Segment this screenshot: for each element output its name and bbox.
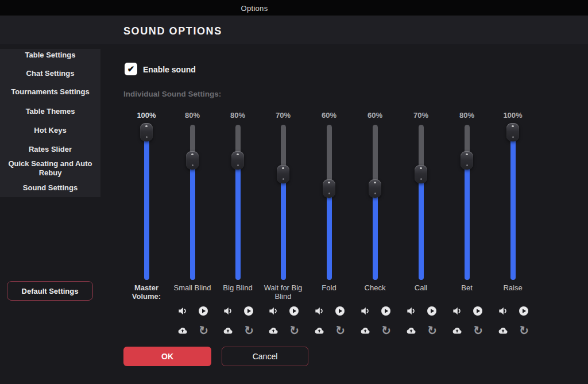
- volume-slider-thumb[interactable]: [461, 151, 473, 170]
- upload-icon: [497, 325, 509, 336]
- play-sound-button[interactable]: [288, 305, 300, 317]
- sidebar-item-sound-settings[interactable]: Sound Settings: [0, 183, 100, 193]
- volume-percent-label: 70%: [257, 111, 309, 120]
- enable-sound-label: Enable sound: [143, 65, 196, 74]
- volume-slider-fill: [281, 174, 286, 280]
- upload-icon: [314, 325, 325, 336]
- reset-sound-button[interactable]: ↻: [243, 325, 254, 336]
- slider-column-check: 60%Check↻: [349, 109, 401, 339]
- volume-slider-track[interactable]: [144, 125, 149, 280]
- sidebar-item-table-themes[interactable]: Table Themes: [0, 107, 100, 116]
- volume-slider-thumb[interactable]: [140, 123, 153, 141]
- volume-slider-track[interactable]: [281, 125, 286, 280]
- volume-slider-track[interactable]: [190, 125, 195, 280]
- reset-sound-button[interactable]: ↻: [426, 325, 438, 336]
- volume-slider-thumb[interactable]: [415, 165, 427, 183]
- page-title: SOUND OPTIONS: [123, 25, 222, 37]
- volume-slider-thumb[interactable]: [186, 151, 199, 170]
- volume-slider-track[interactable]: [235, 125, 241, 280]
- upload-icon: [405, 325, 417, 336]
- sidebar-item-tournaments-settings[interactable]: Tournaments Settings: [0, 87, 100, 97]
- upload-sound-button[interactable]: [405, 325, 417, 336]
- reset-sound-button[interactable]: ↻: [472, 325, 483, 336]
- sidebar-item-table-settings[interactable]: Table Settings: [0, 51, 100, 60]
- volume-percent-label: 60%: [303, 111, 355, 120]
- play-sound-button[interactable]: [198, 305, 209, 317]
- sidebar-item-hot-keys[interactable]: Hot Keys: [0, 126, 100, 135]
- volume-slider-thumb[interactable]: [231, 151, 244, 170]
- sidebar-item-quick-seating-and-auto-rebuy[interactable]: Quick Seating and Auto Rebuy: [0, 159, 100, 178]
- volume-icon: [222, 305, 234, 317]
- upload-icon: [177, 325, 188, 336]
- individual-sound-settings-label: Individual Sound Settings:: [123, 90, 221, 98]
- volume-slider-fill: [373, 189, 378, 280]
- mute-toggle-button[interactable]: [177, 305, 188, 317]
- default-settings-button[interactable]: Default Settings: [7, 281, 93, 301]
- volume-percent-label: 100%: [121, 111, 172, 120]
- volume-slider-track[interactable]: [327, 125, 332, 280]
- mute-toggle-button[interactable]: [268, 305, 279, 317]
- slider-label: Call: [395, 283, 447, 292]
- mute-toggle-button[interactable]: [314, 305, 325, 317]
- mute-toggle-button[interactable]: [359, 305, 371, 317]
- play-sound-button[interactable]: [334, 305, 346, 317]
- mute-toggle-button[interactable]: [405, 305, 417, 317]
- reset-sound-button[interactable]: ↻: [198, 325, 209, 336]
- play-icon: [288, 305, 300, 317]
- sidebar-item-rates-slider[interactable]: Rates Slider: [0, 145, 100, 154]
- mute-toggle-button[interactable]: [451, 305, 463, 317]
- upload-icon: [268, 325, 279, 336]
- mute-toggle-button[interactable]: [497, 305, 509, 317]
- play-sound-button[interactable]: [472, 305, 483, 317]
- reset-sound-button[interactable]: ↻: [288, 325, 300, 336]
- slider-label: Big Blind: [212, 283, 264, 292]
- slider-column-wait-for-big-blind: 70%Wait for Big Blind↻: [257, 109, 309, 339]
- mute-toggle-button[interactable]: [222, 305, 234, 317]
- volume-slider-thumb[interactable]: [506, 123, 519, 141]
- refresh-icon: ↻: [334, 324, 346, 337]
- reset-sound-button[interactable]: ↻: [334, 325, 346, 336]
- volume-slider-thumb[interactable]: [277, 165, 289, 183]
- settings-sidebar: Table SettingsChat SettingsTournaments S…: [0, 49, 100, 197]
- upload-sound-button[interactable]: [451, 325, 463, 336]
- sidebar-item-chat-settings[interactable]: Chat Settings: [0, 69, 100, 78]
- upload-sound-button[interactable]: [359, 325, 371, 336]
- upload-sound-button[interactable]: [177, 325, 188, 336]
- refresh-icon: ↻: [198, 324, 209, 337]
- play-sound-button[interactable]: [518, 305, 529, 317]
- volume-icon: [177, 305, 188, 317]
- volume-percent-label: 80%: [212, 111, 264, 120]
- reset-sound-button[interactable]: ↻: [518, 325, 529, 336]
- play-sound-button[interactable]: [243, 305, 254, 317]
- refresh-icon: ↻: [380, 324, 392, 337]
- ok-button[interactable]: OK: [123, 347, 211, 366]
- volume-slider-fill: [327, 189, 332, 280]
- slider-column-small-blind: 80%Small Blind↻: [167, 109, 218, 339]
- volume-slider-fill: [419, 174, 424, 280]
- upload-sound-button[interactable]: [222, 325, 234, 336]
- upload-sound-button[interactable]: [314, 325, 325, 336]
- volume-slider-thumb[interactable]: [323, 179, 335, 198]
- play-icon: [426, 305, 438, 317]
- slider-label: Fold: [303, 283, 355, 292]
- window-title: Options: [241, 3, 268, 12]
- slider-label: Small Blind: [167, 283, 218, 292]
- play-sound-button[interactable]: [426, 305, 438, 317]
- upload-icon: [359, 325, 371, 336]
- slider-column-fold: 60%Fold↻: [303, 109, 355, 339]
- volume-icon: [451, 305, 463, 317]
- volume-slider-track[interactable]: [465, 125, 470, 280]
- slider-label: Check: [349, 283, 401, 292]
- cancel-button[interactable]: Cancel: [222, 347, 308, 366]
- upload-sound-button[interactable]: [497, 325, 509, 336]
- upload-sound-button[interactable]: [268, 325, 279, 336]
- volume-slider-track[interactable]: [510, 125, 516, 280]
- volume-slider-thumb[interactable]: [369, 179, 381, 198]
- reset-sound-button[interactable]: ↻: [380, 325, 392, 336]
- volume-slider-fill: [190, 160, 195, 280]
- play-sound-button[interactable]: [380, 305, 392, 317]
- play-icon: [243, 305, 254, 317]
- enable-sound-checkbox[interactable]: ✔: [125, 63, 137, 75]
- volume-slider-track[interactable]: [373, 125, 378, 280]
- volume-slider-track[interactable]: [419, 125, 424, 280]
